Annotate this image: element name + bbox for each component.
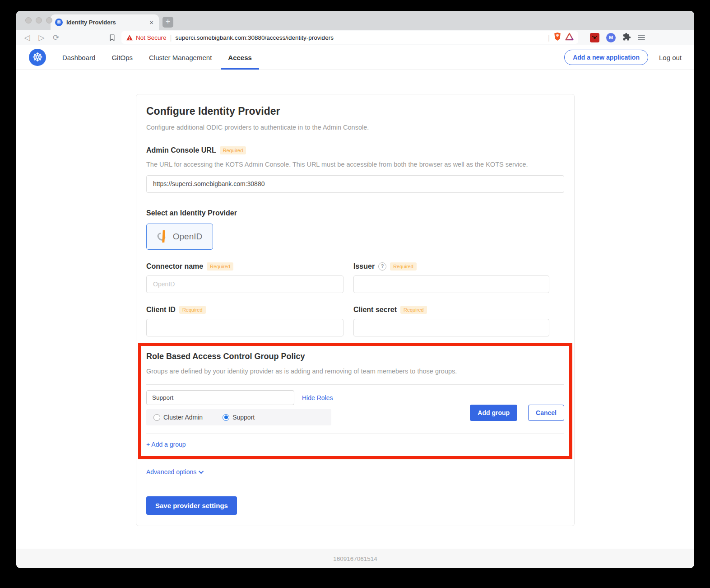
url-text[interactable]: superci.somebigbank.com:30880/access/ide…: [175, 34, 544, 41]
nav-item-gitops[interactable]: GitOps: [111, 45, 133, 70]
openid-label: OpenID: [173, 232, 202, 242]
nav-item-access[interactable]: Access: [228, 45, 252, 70]
browser-tab[interactable]: ☸ Identity Providers ×: [51, 14, 159, 30]
extension-area: M: [590, 33, 645, 43]
maximize-window-button[interactable]: [46, 17, 52, 23]
required-badge: Required: [220, 146, 246, 154]
client-secret-input[interactable]: [353, 319, 549, 336]
add-a-group-link[interactable]: + Add a group: [146, 441, 186, 448]
browser-window: ☸ Identity Providers × + ◁ ▷ ⟳ Not Secur…: [16, 11, 694, 568]
radio-checked-icon[interactable]: [223, 414, 229, 421]
rbac-title: Role Based Access Control Group Policy: [146, 352, 564, 361]
bookmark-icon[interactable]: [108, 34, 116, 42]
nav-item-cluster-management[interactable]: Cluster Management: [149, 45, 212, 70]
issuer-label: Issuer ? Required: [353, 262, 549, 271]
forward-icon[interactable]: ▷: [35, 33, 48, 42]
client-secret-label: Client secret Required: [353, 306, 549, 314]
group-name-input[interactable]: [146, 390, 294, 405]
browser-toolbar: ◁ ▷ ⟳ Not Secure | superci.somebigbank.c…: [16, 30, 694, 45]
nav-items: Dashboard GitOps Cluster Management Acce…: [62, 45, 252, 70]
admin-console-url-label: Admin Console URL Required: [146, 146, 564, 154]
roles-radio-group: Cluster Admin Support: [146, 409, 331, 425]
connector-name-input[interactable]: [146, 275, 343, 293]
required-badge: Required: [207, 262, 233, 271]
role-label: Support: [232, 414, 255, 421]
group-actions: Add group Cancel: [470, 390, 564, 425]
client-id-input[interactable]: [146, 319, 343, 336]
rbac-subtitle: Groups are defined by your identity prov…: [146, 367, 564, 377]
url-separator: |: [548, 34, 550, 42]
identity-provider-card: Configure Identity Provider Configure ad…: [136, 94, 575, 526]
kubernetes-favicon-icon: ☸: [55, 19, 63, 26]
close-window-button[interactable]: [25, 17, 32, 23]
minimize-window-button[interactable]: [36, 17, 42, 23]
nav-item-dashboard[interactable]: Dashboard: [62, 45, 95, 70]
hide-roles-link[interactable]: Hide Roles: [302, 394, 333, 401]
openid-logo-icon: [157, 230, 169, 243]
connector-name-label: Connector name Required: [146, 262, 343, 271]
browser-menu-icon[interactable]: [638, 35, 645, 40]
required-badge: Required: [179, 306, 206, 314]
reload-icon[interactable]: ⟳: [50, 33, 62, 42]
url-bar[interactable]: Not Secure | superci.somebigbank.com:308…: [121, 31, 578, 44]
help-icon[interactable]: ?: [378, 262, 386, 271]
profile-avatar[interactable]: M: [606, 33, 616, 42]
kubernetes-logo-icon[interactable]: ☸: [29, 49, 46, 66]
warning-triangle-icon: [126, 34, 133, 41]
adblock-extension-icon[interactable]: [590, 33, 599, 42]
page-subtitle: Configure additional ODIC providers to a…: [146, 123, 564, 133]
chevron-down-icon: [199, 469, 204, 474]
select-idp-label: Select an Identity Provider: [146, 209, 564, 217]
group-row: Hide Roles Cluster Admin Support: [146, 390, 564, 425]
footer-timestamp: 1609167061514: [333, 555, 377, 562]
brave-rewards-icon[interactable]: [565, 33, 574, 42]
required-badge: Required: [400, 306, 427, 314]
role-option-cluster-admin[interactable]: Cluster Admin: [153, 414, 203, 421]
openid-provider-button[interactable]: OpenID: [146, 224, 213, 250]
role-option-support[interactable]: Support: [223, 414, 255, 421]
admin-console-url-help: The URL for accessing the KOTS Admin Con…: [146, 160, 564, 170]
app-navbar: ☸ Dashboard GitOps Cluster Management Ac…: [16, 45, 694, 70]
extensions-puzzle-icon[interactable]: [622, 33, 631, 43]
advanced-options-toggle[interactable]: Advanced options: [146, 468, 564, 476]
new-tab-button[interactable]: +: [162, 17, 173, 28]
save-provider-settings-button[interactable]: Save provider settings: [146, 496, 237, 515]
page-content: Configure Identity Provider Configure ad…: [16, 70, 694, 549]
add-new-application-button[interactable]: Add a new application: [564, 50, 648, 65]
window-controls[interactable]: [25, 17, 52, 23]
tab-strip: ☸ Identity Providers × +: [16, 11, 694, 30]
logout-link[interactable]: Log out: [659, 54, 682, 61]
page-title: Configure Identity Provider: [146, 105, 564, 117]
cancel-button[interactable]: Cancel: [528, 405, 564, 421]
admin-console-url-input[interactable]: [146, 175, 564, 193]
divider: [146, 434, 564, 434]
issuer-input[interactable]: [353, 275, 549, 293]
add-group-button[interactable]: Add group: [470, 405, 517, 421]
tab-title: Identity Providers: [66, 19, 145, 26]
rbac-highlighted-section: Role Based Access Control Group Policy G…: [138, 343, 572, 460]
divider: [146, 384, 564, 385]
role-label: Cluster Admin: [163, 414, 203, 421]
brave-shield-icon[interactable]: [553, 32, 562, 43]
advanced-options-label[interactable]: Advanced options: [146, 468, 196, 476]
client-id-label: Client ID Required: [146, 306, 343, 314]
required-badge: Required: [390, 262, 417, 271]
tab-close-icon[interactable]: ×: [148, 19, 154, 26]
back-icon[interactable]: ◁: [21, 33, 33, 42]
radio-unchecked-icon[interactable]: [153, 414, 160, 421]
nav-right: Add a new application Log out: [564, 50, 682, 65]
footer-bar: 1609167061514: [16, 549, 694, 568]
url-separator: |: [170, 34, 172, 42]
not-secure-warning[interactable]: Not Secure: [126, 34, 167, 41]
